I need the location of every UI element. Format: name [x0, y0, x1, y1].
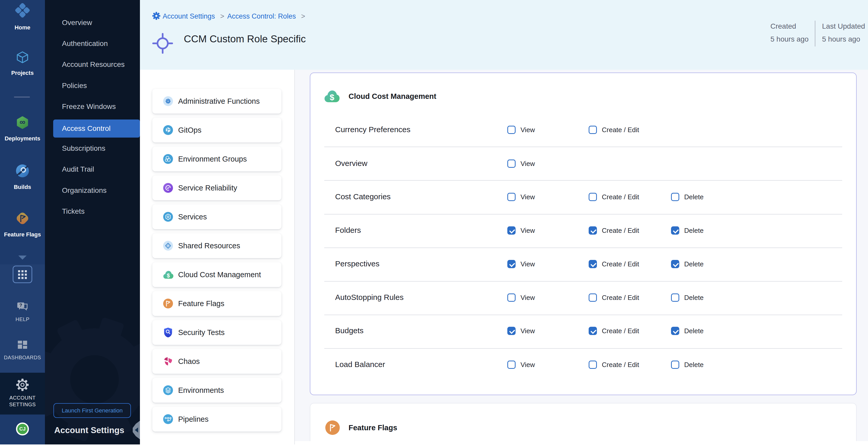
svg-text:?: ? [19, 303, 22, 308]
svg-text:$: $ [330, 93, 334, 102]
svg-text:$: $ [167, 273, 170, 279]
svg-text:∞: ∞ [20, 118, 25, 126]
